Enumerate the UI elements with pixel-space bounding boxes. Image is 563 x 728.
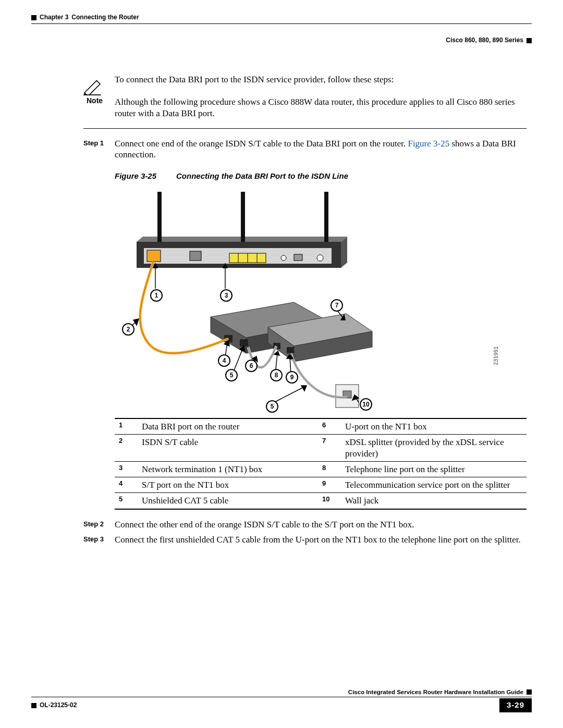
callout-6: 6: [245, 360, 258, 372]
chapter-number: Chapter 3: [40, 14, 68, 21]
legend-desc: xDSL splitter (provided by the xDSL serv…: [341, 435, 527, 462]
callout-4: 4: [218, 354, 230, 367]
step-text: Connect the other end of the orange ISDN…: [115, 520, 414, 529]
svg-rect-8: [190, 251, 201, 261]
legend-num: 6: [318, 418, 341, 435]
svg-rect-4: [241, 192, 245, 242]
header-left: Chapter 3 Connecting the Router: [31, 14, 139, 21]
guide-title: Cisco Integrated Services Router Hardwar…: [348, 688, 523, 696]
note-rule: [83, 128, 527, 129]
legend-desc: U-port on the NT1 box: [341, 418, 527, 435]
step-text: Connect the first unshielded CAT 5 cable…: [115, 535, 521, 545]
legend-desc: Unshielded CAT 5 cable: [138, 493, 318, 509]
figure-id-number: 231991: [493, 346, 500, 365]
svg-marker-32: [133, 319, 139, 325]
legend-desc: Wall jack: [341, 493, 527, 509]
legend-num: 5: [115, 493, 138, 509]
square-bullet-icon: [31, 15, 36, 20]
legend-num: 9: [318, 477, 341, 493]
legend-num: 2: [115, 435, 138, 462]
legend-num: 1: [115, 418, 138, 435]
square-bullet-icon: [527, 38, 532, 43]
note-label: Note: [87, 96, 103, 106]
legend-num: 8: [318, 461, 341, 477]
body: To connect the Data BRI port to the ISDN…: [31, 44, 532, 545]
legend-desc: Telecommunication service port on the sp…: [341, 477, 527, 493]
svg-rect-7: [147, 250, 161, 262]
legend-desc: ISDN S/T cable: [138, 435, 318, 462]
figure-title: Connecting the Data BRI Port to the ISDN…: [176, 171, 348, 180]
svg-rect-3: [157, 192, 162, 242]
step-text-a: Connect one end of the orange ISDN S/T c…: [115, 139, 408, 149]
footer-rule: [31, 697, 532, 697]
pencil-icon: [83, 80, 101, 95]
table-row: 5 Unshielded CAT 5 cable 10 Wall jack: [115, 493, 527, 509]
legend-num: 4: [115, 477, 138, 493]
note-block: Note Although the following procedure sh…: [115, 96, 527, 129]
svg-line-45: [274, 387, 304, 402]
callout-9: 9: [286, 371, 298, 384]
svg-rect-14: [294, 254, 302, 261]
callout-8: 8: [270, 369, 283, 381]
step-label: Step 1: [83, 139, 104, 147]
callout-10: 10: [360, 398, 372, 411]
running-footer: Cisco Integrated Services Router Hardwar…: [31, 688, 532, 712]
table-row: 3 Network termination 1 (NT1) box 8 Tele…: [115, 461, 527, 477]
legend-desc: S/T port on the NT1 box: [138, 477, 318, 493]
square-bullet-icon: [527, 689, 532, 695]
callout-legend-table: 1 Data BRI port on the router 6 U-port o…: [115, 418, 527, 510]
legend-num: 10: [318, 493, 341, 509]
svg-text:Cisco 888W: Cisco 888W: [247, 243, 270, 248]
chapter-title: Connecting the Router: [71, 14, 139, 21]
figure-diagram: Cisco 888W: [112, 187, 403, 416]
svg-rect-21: [240, 339, 248, 347]
running-header: Chapter 3 Connecting the Router: [31, 14, 532, 21]
svg-point-13: [281, 255, 286, 261]
callout-1: 1: [150, 289, 163, 302]
step-3: Step 3 Connect the first unshielded CAT …: [115, 534, 527, 545]
callout-7: 7: [331, 299, 343, 312]
series-label: Cisco 860, 880, 890 Series: [446, 36, 523, 44]
step-2: Step 2 Connect the other end of the oran…: [115, 519, 527, 530]
table-row: 2 ISDN S/T cable 7 xDSL splitter (provid…: [115, 435, 527, 462]
step-1: Step 1 Connect one end of the orange ISD…: [115, 138, 527, 161]
svg-rect-5: [324, 192, 328, 242]
callout-2: 2: [122, 323, 134, 336]
table-row: 4 S/T port on the NT1 box 9 Telecommunic…: [115, 477, 527, 493]
note-text: Although the following procedure shows a…: [115, 97, 515, 118]
legend-num: 7: [318, 435, 341, 462]
page-number: 3-29: [499, 698, 532, 712]
svg-marker-2: [341, 237, 347, 268]
doc-number: OL-23125-02: [40, 701, 77, 709]
callout-5a: 5: [225, 369, 238, 381]
intro-text: To connect the Data BRI port to the ISDN…: [115, 74, 527, 85]
svg-rect-26: [287, 347, 294, 353]
svg-point-15: [317, 255, 323, 261]
legend-num: 3: [115, 461, 138, 477]
callout-3: 3: [220, 289, 232, 302]
step-label: Step 3: [83, 535, 104, 544]
legend-desc: Data BRI port on the router: [138, 418, 318, 435]
legend-desc: Network termination 1 (NT1) box: [138, 461, 318, 477]
step-label: Step 2: [83, 520, 104, 528]
figure-reference-link[interactable]: Figure 3-25: [408, 139, 449, 149]
square-bullet-icon: [31, 703, 36, 708]
figure-label: Figure 3-25: [115, 171, 156, 180]
table-row: 1 Data BRI port on the router 6 U-port o…: [115, 418, 527, 435]
figure-caption: Figure 3-25Connecting the Data BRI Port …: [115, 171, 527, 181]
running-header-right: Cisco 860, 880, 890 Series: [31, 23, 532, 44]
legend-desc: Telephone line port on the splitter: [341, 461, 527, 477]
page: Chapter 3 Connecting the Router Cisco 86…: [0, 0, 563, 728]
callout-5b: 5: [266, 400, 278, 413]
